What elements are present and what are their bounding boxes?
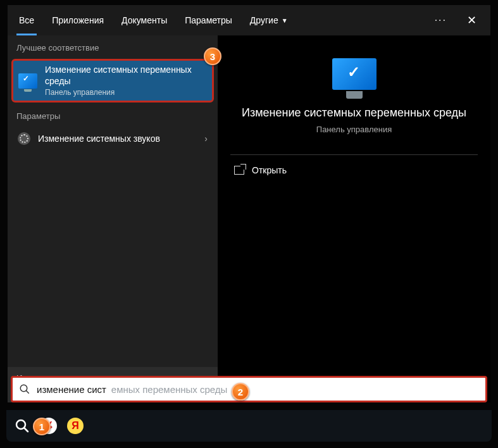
tab-all[interactable]: Все [10,5,43,35]
tab-other[interactable]: Другие ▼ [241,5,297,35]
results-list: Лучшее соответствие Изменение системных … [8,35,218,402]
monitor-check-icon [18,73,37,89]
result-title: Изменение системных переменных среды [45,65,207,87]
annotation-badge-1: 1 [33,418,51,435]
search-icon [19,383,30,395]
result-env-vars[interactable]: Изменение системных переменных среды Пан… [11,59,214,103]
taskbar-search-button[interactable] [11,415,33,437]
open-external-icon [234,166,244,175]
close-button[interactable]: ✕ [456,13,488,27]
gear-icon [18,132,30,145]
yandex-icon: Я [67,418,84,434]
taskbar: Y Я [6,410,492,442]
open-action[interactable]: Открыть [218,155,490,185]
svg-point-0 [20,385,27,392]
tab-other-label: Другие [250,15,278,25]
open-label: Открыть [252,165,287,175]
tab-apps[interactable]: Приложения [43,5,113,35]
svg-line-1 [26,390,29,394]
search-panel: Все Приложения Документы Параметры Други… [8,5,490,402]
result-title: Изменение системных звуков [38,134,197,144]
tab-settings[interactable]: Параметры [176,5,241,35]
tab-documents[interactable]: Документы [113,5,176,35]
chevron-right-icon: › [204,134,208,144]
result-system-sounds[interactable]: Изменение системных звуков › [8,126,218,151]
chevron-down-icon: ▼ [282,17,288,24]
result-detail: Изменение системных переменных среды Пан… [218,35,490,402]
search-input[interactable] [37,384,479,395]
annotation-badge-3: 3 [204,47,221,65]
annotation-badge-2: 2 [232,383,249,401]
result-subtitle: Панель управления [45,88,207,97]
section-best-match: Лучшее соответствие [8,35,218,58]
svg-line-3 [24,428,28,432]
more-options-button[interactable]: ··· [426,15,456,26]
results-body: Лучшее соответствие Изменение системных … [8,35,490,402]
monitor-check-icon [332,58,377,90]
detail-title: Изменение системных переменных среды [242,106,466,120]
detail-subtitle: Панель управления [316,125,392,134]
section-parameters: Параметры [8,104,218,126]
taskbar-app-yandex[interactable]: Я [65,415,86,437]
search-icon [15,418,30,433]
filter-tabs: Все Приложения Документы Параметры Други… [8,5,490,35]
